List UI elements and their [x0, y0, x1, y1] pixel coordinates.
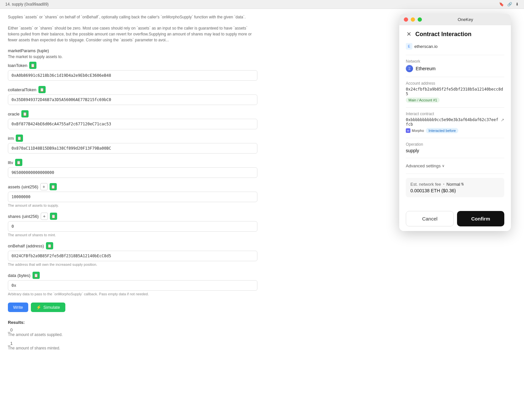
add-assets-btn[interactable]: +: [40, 183, 48, 190]
input-loantoken[interactable]: [8, 70, 257, 81]
field-group-data: data (bytes) 📋 Arbitrary data to pass to…: [8, 272, 516, 296]
result-item-1: _1 The amount of shares minted.: [8, 341, 516, 350]
window-title: OneKey: [425, 17, 506, 22]
input-onbehalf[interactable]: [8, 251, 257, 261]
copy-assets-btn[interactable]: 📋: [50, 183, 57, 190]
simulate-label: Simulate: [43, 305, 60, 310]
mac-titlebar: OneKey: [399, 14, 511, 25]
input-oracle[interactable]: [8, 119, 257, 129]
input-collateraltoken[interactable]: [8, 94, 257, 105]
contract-address-row: 0xbbbbbbbbbb9cc5e90e3b3af64bdaf62c37eeff…: [406, 117, 504, 127]
cancel-button[interactable]: Cancel: [406, 211, 454, 226]
fee-amount: 0.000138 ETH ($0.36): [410, 188, 500, 193]
morpho-badge: M Morpho: [406, 128, 424, 133]
copy-data-btn[interactable]: 📋: [33, 272, 40, 279]
simulate-icon: ⚡: [36, 305, 41, 310]
result-name-0: _0: [8, 327, 516, 332]
account-badge: Main / Account #1: [406, 97, 440, 103]
copy-oracle-btn[interactable]: 📋: [21, 110, 29, 117]
divider-2: [406, 77, 504, 77]
input-assets[interactable]: [8, 192, 257, 202]
divider-4: [406, 138, 504, 138]
divider-5: [406, 158, 504, 158]
write-button[interactable]: Write: [8, 303, 28, 312]
divider-6: [406, 174, 504, 174]
field-group-onbehalf: onBehalf (address) 📋 The address that wi…: [8, 242, 516, 266]
results-section: Results: _0 The amount of assets supplie…: [8, 320, 516, 350]
fee-row: Est. network fee • Normal ⇅: [410, 182, 500, 187]
advanced-settings-toggle[interactable]: Advanced settings ∨: [406, 162, 504, 170]
account-address: 0x24cfbfb2a9b85f2fe5dbf2318b5a12140becc8…: [406, 87, 504, 96]
advanced-settings-label: Advanced settings: [406, 163, 441, 168]
external-link-icon[interactable]: ↗: [501, 117, 504, 122]
bookmark-icon[interactable]: 🔖: [499, 2, 504, 7]
top-bar: 14. supply (0xa99aad89) 🔖 🔗 ⬇: [0, 0, 524, 9]
mac-minimize-btn[interactable]: [411, 17, 415, 22]
modal-body: ✕ Contract Interaction E etherscan.io Ne…: [399, 25, 511, 206]
confirm-button[interactable]: Confirm: [457, 211, 504, 226]
input-shares[interactable]: [8, 221, 257, 232]
fee-speed-label: Normal: [447, 182, 460, 187]
info-row-account: Account address 0x24cfbfb2a9b85f2fe5dbf2…: [406, 81, 504, 103]
source-icon: E: [406, 43, 412, 50]
page-description-2: Either `assets` or `shares` should be ze…: [8, 25, 257, 43]
hint-shares: The amount of shares to mint.: [8, 233, 516, 237]
action-buttons: Write ⚡ Simulate: [8, 303, 516, 312]
modal-source: E etherscan.io: [406, 43, 504, 50]
field-name-assets: assets (uint256): [8, 184, 38, 189]
input-lltv[interactable]: [8, 167, 257, 178]
hint-onbehalf: The address that will own the increased …: [8, 262, 516, 266]
info-row-network: Network Ξ Ethereum: [406, 59, 504, 72]
mac-maximize-btn[interactable]: [418, 17, 422, 22]
contract-name: Morpho: [412, 129, 424, 133]
interacted-badge: Interacted before: [426, 128, 458, 133]
contract-badges: M Morpho Interacted before: [406, 128, 504, 133]
copy-collateraltoken-btn[interactable]: 📋: [38, 86, 46, 93]
result-name-1: _1: [8, 341, 516, 346]
modal-footer: Cancel Confirm: [399, 206, 511, 231]
fee-label: Est. network fee: [410, 182, 441, 187]
contract-address: 0xbbbbbbbbbb9cc5e90e3b3af64bdaf62c37eeff…: [406, 117, 499, 127]
field-header-onbehalf: onBehalf (address) 📋: [8, 242, 516, 249]
page-title: 14. supply (0xa99aad89): [5, 2, 49, 7]
results-label: Results:: [8, 320, 516, 325]
copy-loantoken-btn[interactable]: 📋: [29, 62, 36, 69]
ethereum-icon: Ξ: [406, 65, 413, 72]
field-name-loantoken: loanToken: [8, 63, 27, 68]
top-bar-icons: 🔖 🔗 ⬇: [499, 2, 519, 7]
field-name-oracle: oracle: [8, 112, 19, 116]
fee-dot: •: [443, 182, 445, 187]
field-name-onbehalf: onBehalf (address): [8, 243, 44, 248]
mac-close-btn[interactable]: [404, 17, 408, 22]
fee-speed-arrows-icon: ⇅: [461, 182, 464, 186]
add-shares-btn[interactable]: +: [41, 213, 48, 220]
download-icon[interactable]: ⬇: [515, 2, 519, 7]
source-name: etherscan.io: [414, 44, 438, 49]
link-icon[interactable]: 🔗: [507, 2, 512, 7]
field-name-irm: irm: [8, 136, 14, 141]
fee-section: Est. network fee • Normal ⇅ 0.000138 ETH…: [406, 178, 504, 197]
network-label: Network: [406, 59, 504, 64]
chevron-down-icon: ∨: [442, 164, 445, 168]
field-name-shares: shares (uint256): [8, 214, 39, 219]
copy-lltv-btn[interactable]: 📋: [15, 159, 22, 166]
operation-value: supply: [406, 148, 504, 153]
network-name: Ethereum: [416, 66, 436, 71]
copy-irm-btn[interactable]: 📋: [16, 135, 23, 142]
page-description: Supplies `assets` or `shares` on behalf …: [8, 14, 257, 20]
network-row: Ξ Ethereum: [406, 65, 504, 72]
simulate-button[interactable]: ⚡ Simulate: [31, 303, 65, 312]
input-irm[interactable]: [8, 143, 257, 154]
input-data[interactable]: [8, 280, 257, 291]
fee-speed-selector[interactable]: Normal ⇅: [447, 182, 464, 187]
copy-shares-btn[interactable]: 📋: [50, 213, 57, 220]
copy-onbehalf-btn[interactable]: 📋: [46, 242, 53, 249]
divider-1: [406, 55, 504, 55]
contract-label: Interact contract: [406, 112, 504, 116]
result-desc-1: The amount of shares minted.: [8, 346, 516, 350]
morpho-icon: M: [406, 128, 410, 133]
info-row-contract: Interact contract 0xbbbbbbbbbb9cc5e90e3b…: [406, 112, 504, 133]
field-header-data: data (bytes) 📋: [8, 272, 516, 279]
close-modal-btn[interactable]: ✕: [406, 31, 412, 38]
modal-header: ✕ Contract Interaction: [406, 31, 504, 38]
